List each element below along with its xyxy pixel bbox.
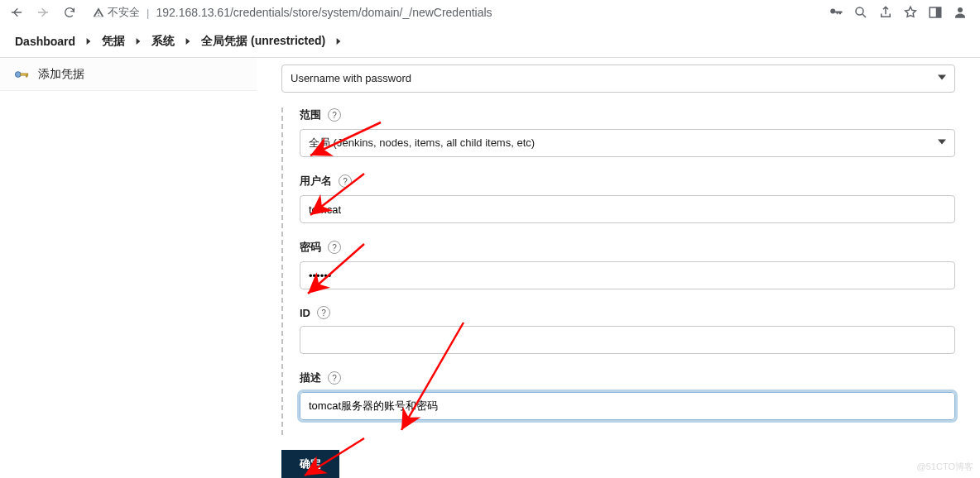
id-input[interactable]	[300, 326, 955, 354]
form-body: 范围 ? 全局 (Jenkins, nodes, items, all chil…	[281, 108, 955, 435]
share-button[interactable]	[874, 1, 897, 24]
share-icon	[878, 5, 893, 20]
field-id: ID ?	[300, 306, 955, 354]
key-button[interactable]	[824, 1, 848, 24]
description-input[interactable]	[300, 392, 955, 420]
key-icon	[829, 5, 843, 20]
breadcrumb: Dashboard 凭据 系统 全局凭据 (unrestricted)	[0, 25, 980, 58]
chevron-right-icon	[85, 38, 92, 45]
password-label: 密码	[300, 240, 321, 255]
scope-label: 范围	[300, 108, 321, 122]
sidebar-item-add-credentials[interactable]: 添加凭据	[0, 58, 257, 91]
warning-icon	[93, 7, 104, 18]
kind-select-value: Username with password	[281, 65, 955, 93]
credentials-icon	[15, 69, 30, 79]
svg-rect-6	[26, 74, 28, 76]
field-description: 描述 ?	[300, 370, 955, 420]
panel-button[interactable]	[924, 1, 947, 24]
help-icon[interactable]: ?	[317, 306, 330, 319]
help-icon[interactable]: ?	[328, 371, 341, 385]
reload-button[interactable]	[58, 1, 81, 24]
crumb-dashboard[interactable]: Dashboard	[15, 35, 75, 48]
forward-button[interactable]	[31, 1, 55, 24]
url-text: 192.168.13.61/credentials/store/system/d…	[156, 6, 492, 19]
insecure-label: 不安全	[108, 5, 140, 20]
username-label: 用户名	[300, 174, 332, 189]
help-icon[interactable]: ?	[328, 241, 341, 254]
field-username: 用户名 ?	[300, 174, 955, 223]
password-input[interactable]	[300, 261, 955, 289]
watermark: @51CTO博客	[917, 461, 973, 473]
back-button[interactable]	[5, 1, 28, 24]
scope-select-value: 全局 (Jenkins, nodes, items, all child ite…	[300, 129, 955, 157]
magnifier-icon	[853, 5, 868, 20]
description-label: 描述	[300, 370, 321, 385]
help-icon[interactable]: ?	[339, 174, 352, 188]
svg-point-4	[15, 71, 21, 77]
field-scope: 范围 ? 全局 (Jenkins, nodes, items, all chil…	[300, 108, 955, 157]
chevron-right-icon	[135, 38, 142, 45]
username-input[interactable]	[300, 195, 955, 223]
bookmark-button[interactable]	[899, 1, 922, 24]
page-body: 添加凭据 Username with password 范围 ? 全局 (Jen…	[0, 58, 980, 478]
sidebar-item-label: 添加凭据	[38, 67, 84, 82]
address-bar[interactable]: 不安全 | 192.168.13.61/credentials/store/sy…	[84, 2, 821, 23]
field-password: 密码 ?	[300, 240, 955, 289]
arrow-left-icon	[10, 6, 23, 19]
zoom-button[interactable]	[849, 1, 872, 24]
star-icon	[903, 5, 918, 20]
chevron-right-icon	[335, 38, 342, 45]
id-label: ID	[300, 307, 310, 319]
address-separator: |	[147, 7, 149, 19]
crumb-system[interactable]: 系统	[151, 34, 175, 49]
sidebar: 添加凭据	[0, 58, 257, 478]
profile-button[interactable]	[949, 1, 972, 24]
panel-icon	[928, 5, 943, 20]
person-icon	[953, 5, 968, 20]
crumb-credentials[interactable]: 凭据	[102, 34, 125, 49]
help-icon[interactable]: ?	[328, 108, 341, 122]
svg-rect-2	[936, 7, 941, 17]
arrow-right-icon	[36, 6, 50, 19]
insecure-badge: 不安全	[93, 5, 140, 20]
chevron-right-icon	[185, 38, 191, 45]
svg-point-0	[856, 7, 863, 15]
scope-select[interactable]: 全局 (Jenkins, nodes, items, all child ite…	[300, 129, 955, 157]
crumb-global[interactable]: 全局凭据 (unrestricted)	[201, 34, 325, 49]
reload-icon	[63, 6, 76, 19]
svg-point-3	[958, 7, 963, 12]
main-content: Username with password 范围 ? 全局 (Jenkins,…	[257, 58, 980, 478]
browser-toolbar: 不安全 | 192.168.13.61/credentials/store/sy…	[0, 0, 980, 25]
kind-select[interactable]: Username with password	[281, 65, 955, 93]
submit-button[interactable]: 确定	[281, 450, 339, 478]
